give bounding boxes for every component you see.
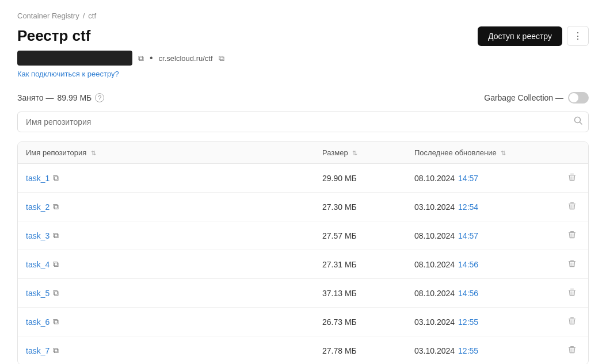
repo-size-cell: 27.78 МБ [314,336,406,365]
svg-rect-22 [569,319,575,319]
repo-updated-cell: 08.10.202414:56 [406,250,556,279]
page-title: Реестр ctf [17,27,90,45]
repositories-table-container: Имя репозитория ⇅ Размер ⇅ Последнее обн… [17,141,589,364]
table-row: task_4 ⧉ 27.31 МБ 08.10.202414:56 [18,250,588,279]
repo-updated-cell: 08.10.202414:57 [406,164,556,193]
svg-rect-15 [570,260,574,260]
repo-updated-time: 14:57 [458,174,478,183]
storage-value: 89.99 МБ [58,93,92,102]
search-input[interactable] [17,112,589,132]
col-header-updated[interactable]: Последнее обновление ⇅ [406,142,556,164]
breadcrumb-parent[interactable]: Container Registry [17,12,79,20]
gc-label: Garbage Collection — [484,93,563,102]
breadcrumb-separator: / [83,12,85,20]
copy-masked-url-icon[interactable]: ⧉ [138,53,144,63]
repo-name-cell: task_4 ⧉ [18,250,314,279]
delete-repo-button[interactable] [564,286,580,300]
table-header-row: Имя репозитория ⇅ Размер ⇅ Последнее обн… [18,142,588,164]
storage-stats: Занято — 89.99 МБ ? [17,93,104,102]
table-row: task_5 ⧉ 37.13 МБ 08.10.202414:56 [18,279,588,308]
repo-updated-time: 12:55 [458,346,478,355]
svg-rect-2 [569,175,575,175]
svg-rect-27 [570,346,574,347]
registry-url-text: cr.selcloud.ru/ctf [159,54,213,63]
search-button[interactable] [574,116,583,128]
copy-repo-name-icon[interactable]: ⧉ [53,231,59,240]
repo-name-link[interactable]: task_1 [26,174,49,183]
sort-updated-icon: ⇅ [501,150,506,157]
repo-name-link[interactable]: task_3 [26,231,49,240]
col-header-size[interactable]: Размер ⇅ [314,142,406,164]
repo-action-cell [556,221,588,250]
repo-action-cell [556,336,588,365]
col-header-name[interactable]: Имя репозитория ⇅ [18,142,314,164]
repo-name-cell: task_7 ⧉ [18,336,314,365]
copy-url-icon[interactable]: ⧉ [219,53,224,63]
access-registry-button[interactable]: Доступ к реестру [478,26,562,46]
repo-updated-time: 12:55 [458,317,478,327]
repo-size-cell: 26.73 МБ [314,308,406,336]
repo-action-cell [556,250,588,279]
stats-row: Занято — 89.99 МБ ? Garbage Collection — [17,92,589,104]
svg-rect-3 [570,174,574,174]
table-row: task_2 ⧉ 27.30 МБ 03.10.202412:54 [18,193,588,221]
repo-updated-cell: 08.10.202414:56 [406,279,556,308]
repo-size-cell: 27.31 МБ [314,250,406,279]
delete-repo-button[interactable] [564,343,580,358]
repo-name-cell: task_1 ⧉ [18,164,314,193]
storage-help-icon[interactable]: ? [95,93,104,102]
repo-updated-cell: 03.10.202412:55 [406,336,556,365]
delete-repo-button[interactable] [564,315,580,329]
table-row: task_7 ⧉ 27.78 МБ 03.10.202412:55 [18,336,588,365]
repo-updated-time: 14:56 [458,289,478,298]
repo-updated-time: 12:54 [458,202,478,212]
col-header-action [556,142,588,164]
repo-name-link[interactable]: task_7 [26,346,49,355]
trash-icon [567,316,577,325]
repo-action-cell [556,279,588,308]
copy-repo-name-icon[interactable]: ⧉ [53,202,59,212]
page-container: Container Registry / ctf Реестр ctf Дост… [0,0,606,364]
repo-name-link[interactable]: task_6 [26,317,49,327]
trash-icon [567,201,577,210]
repo-name-cell: task_5 ⧉ [18,279,314,308]
repo-name-cell: task_2 ⧉ [18,193,314,221]
url-separator: • [150,53,153,63]
search-icon [574,116,583,125]
copy-repo-name-icon[interactable]: ⧉ [53,288,59,298]
how-to-connect-link[interactable]: Как подключиться к реестру? [17,70,119,78]
trash-icon [567,230,577,239]
svg-rect-18 [569,290,575,290]
copy-repo-name-icon[interactable]: ⧉ [53,173,59,183]
repo-updated-cell: 03.10.202412:54 [406,193,556,221]
delete-repo-button[interactable] [564,171,580,185]
repo-size-cell: 27.30 МБ [314,193,406,221]
registry-url-masked [17,51,132,66]
search-row [17,112,589,132]
more-options-button[interactable]: ⋮ [567,26,589,46]
svg-rect-19 [570,289,574,289]
repo-action-cell [556,308,588,336]
trash-icon [567,345,577,354]
svg-rect-23 [570,317,574,318]
copy-repo-name-icon[interactable]: ⧉ [53,317,59,327]
gc-toggle[interactable] [568,92,589,104]
copy-repo-name-icon[interactable]: ⧉ [53,346,59,355]
breadcrumb: Container Registry / ctf [17,12,589,20]
svg-rect-14 [569,261,575,262]
table-row: task_3 ⧉ 27.57 МБ 08.10.202414:57 [18,221,588,250]
repo-name-link[interactable]: task_2 [26,202,49,212]
table-row: task_6 ⧉ 26.73 МБ 03.10.202412:55 [18,308,588,336]
breadcrumb-current: ctf [88,12,96,20]
delete-repo-button[interactable] [564,200,580,214]
delete-repo-button[interactable] [564,228,580,243]
copy-repo-name-icon[interactable]: ⧉ [53,259,59,269]
repo-name-link[interactable]: task_5 [26,289,49,298]
page-header: Реестр ctf Доступ к реестру ⋮ [17,26,589,46]
delete-repo-button[interactable] [564,257,580,271]
garbage-collection-row: Garbage Collection — [484,92,589,104]
sort-size-icon: ⇅ [352,150,357,157]
repo-name-cell: task_6 ⧉ [18,308,314,336]
repo-name-link[interactable]: task_4 [26,260,49,269]
registry-url-row: ⧉ • cr.selcloud.ru/ctf ⧉ [17,51,589,66]
